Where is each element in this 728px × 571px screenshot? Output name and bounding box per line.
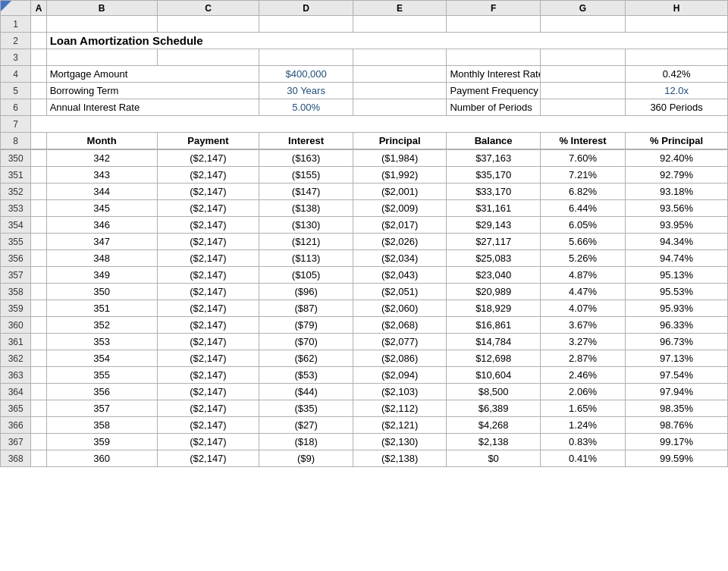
rownum: 359 bbox=[1, 300, 31, 317]
cell-month: 346 bbox=[46, 217, 157, 234]
cell-pct-interest: 4.47% bbox=[540, 284, 625, 300]
cell-principal: ($1,992) bbox=[353, 167, 447, 184]
cell-payment: ($2,147) bbox=[157, 250, 259, 267]
cell-balance: $27,117 bbox=[447, 234, 541, 250]
cell-pct-interest: 0.41% bbox=[540, 450, 625, 467]
cell-interest: ($130) bbox=[259, 217, 353, 234]
value-borrowing-term[interactable]: 30 Years bbox=[259, 83, 353, 99]
cell-principal: ($2,130) bbox=[353, 434, 447, 450]
spreadsheet-title: Loan Amortization Schedule bbox=[46, 33, 727, 49]
cell-payment: ($2,147) bbox=[157, 300, 259, 317]
table-row: 362 354 ($2,147) ($62) ($2,086) $12,698 … bbox=[1, 350, 728, 367]
cell-balance: $29,143 bbox=[447, 217, 541, 234]
rownum-2: 2 bbox=[1, 33, 31, 49]
label-number-of-periods: Number of Periods bbox=[447, 99, 541, 116]
col-header-h: H bbox=[626, 1, 728, 16]
col-header-a: A bbox=[31, 1, 46, 16]
cell-principal: ($2,103) bbox=[353, 384, 447, 400]
cell-month: 354 bbox=[46, 350, 157, 367]
cell-g3 bbox=[540, 49, 625, 66]
table-row: 366 358 ($2,147) ($27) ($2,121) $4,268 1… bbox=[1, 417, 728, 434]
cell-d1 bbox=[259, 16, 353, 33]
row-3: 3 bbox=[1, 49, 728, 66]
cell-month: 344 bbox=[46, 184, 157, 200]
cell-a1 bbox=[31, 16, 46, 33]
table-row: 351 343 ($2,147) ($155) ($1,992) $35,170… bbox=[1, 167, 728, 184]
value-number-of-periods[interactable]: 360 Periods bbox=[626, 99, 728, 116]
table-row: 358 350 ($2,147) ($96) ($2,051) $20,989 … bbox=[1, 284, 728, 300]
rownum: 362 bbox=[1, 350, 31, 367]
cell-payment: ($2,147) bbox=[157, 217, 259, 234]
cell-interest: ($113) bbox=[259, 250, 353, 267]
cell-a bbox=[31, 250, 46, 267]
table-row: 361 353 ($2,147) ($70) ($2,077) $14,784 … bbox=[1, 334, 728, 350]
value-mortgage-amount[interactable]: $400,000 bbox=[259, 66, 353, 83]
cell-balance: $12,698 bbox=[447, 350, 541, 367]
cell-pct-principal: 94.34% bbox=[626, 234, 728, 250]
cell-balance: $20,989 bbox=[447, 284, 541, 300]
label-borrowing-term: Borrowing Term bbox=[46, 83, 259, 99]
cell-principal: ($2,077) bbox=[353, 334, 447, 350]
cell-a bbox=[31, 317, 46, 334]
cell-g4 bbox=[540, 66, 625, 83]
column-header-row: A B C D E F G H bbox=[1, 1, 728, 16]
value-payment-frequency[interactable]: 12.0x bbox=[626, 83, 728, 99]
cell-pct-interest: 6.05% bbox=[540, 217, 625, 234]
cell-a bbox=[31, 267, 46, 284]
cell-principal: ($2,017) bbox=[353, 217, 447, 234]
cell-month: 348 bbox=[46, 250, 157, 267]
rownum-7: 7 bbox=[1, 116, 31, 133]
table-row: 357 349 ($2,147) ($105) ($2,043) $23,040… bbox=[1, 267, 728, 284]
cell-pct-principal: 96.73% bbox=[626, 334, 728, 350]
rownum-3: 3 bbox=[1, 49, 31, 66]
rownum: 356 bbox=[1, 250, 31, 267]
cell-d3 bbox=[259, 49, 353, 66]
cell-month: 347 bbox=[46, 234, 157, 250]
rownum: 365 bbox=[1, 400, 31, 417]
cell-principal: ($2,112) bbox=[353, 400, 447, 417]
cell-payment: ($2,147) bbox=[157, 317, 259, 334]
col-header-c: C bbox=[157, 1, 259, 16]
cell-pct-principal: 92.79% bbox=[626, 167, 728, 184]
cell-principal: ($2,001) bbox=[353, 184, 447, 200]
value-monthly-interest-rate[interactable]: 0.42% bbox=[626, 66, 728, 83]
rownum: 363 bbox=[1, 367, 31, 384]
cell-balance: $10,604 bbox=[447, 367, 541, 384]
row-6: 6 Annual Interest Rate 5.00% Number of P… bbox=[1, 99, 728, 116]
cell-interest: ($9) bbox=[259, 450, 353, 467]
cell-g6 bbox=[540, 99, 625, 116]
cell-payment: ($2,147) bbox=[157, 150, 259, 167]
cell-pct-principal: 96.33% bbox=[626, 317, 728, 334]
cell-balance: $33,170 bbox=[447, 184, 541, 200]
cell-e1 bbox=[353, 16, 447, 33]
row-4: 4 Mortgage Amount $400,000 Monthly Inter… bbox=[1, 66, 728, 83]
cell-month: 353 bbox=[46, 334, 157, 350]
table-row: 368 360 ($2,147) ($9) ($2,138) $0 0.41% … bbox=[1, 450, 728, 467]
col-header-b: B bbox=[46, 1, 157, 16]
cell-interest: ($44) bbox=[259, 384, 353, 400]
cell-payment: ($2,147) bbox=[157, 184, 259, 200]
cell-a bbox=[31, 450, 46, 467]
col-header-principal: Principal bbox=[353, 133, 447, 149]
cell-pct-principal: 95.53% bbox=[626, 284, 728, 300]
cell-a bbox=[31, 234, 46, 250]
cell-balance: $8,500 bbox=[447, 384, 541, 400]
rownum: 355 bbox=[1, 234, 31, 250]
table-row: 350 342 ($2,147) ($163) ($1,984) $37,163… bbox=[1, 150, 728, 167]
cell-interest: ($70) bbox=[259, 334, 353, 350]
rownum: 358 bbox=[1, 284, 31, 300]
rownum: 351 bbox=[1, 167, 31, 184]
rownum: 354 bbox=[1, 217, 31, 234]
cell-h3 bbox=[626, 49, 728, 66]
table-row: 359 351 ($2,147) ($87) ($2,060) $18,929 … bbox=[1, 300, 728, 317]
cell-balance: $2,138 bbox=[447, 434, 541, 450]
cell-interest: ($138) bbox=[259, 200, 353, 217]
rownum-6: 6 bbox=[1, 99, 31, 116]
cell-pct-principal: 98.35% bbox=[626, 400, 728, 417]
value-annual-interest-rate[interactable]: 5.00% bbox=[259, 99, 353, 116]
cell-row7 bbox=[31, 116, 728, 133]
cell-a bbox=[31, 434, 46, 450]
cell-pct-interest: 4.07% bbox=[540, 300, 625, 317]
row-1: 1 bbox=[1, 16, 728, 33]
cell-pct-principal: 98.76% bbox=[626, 417, 728, 434]
